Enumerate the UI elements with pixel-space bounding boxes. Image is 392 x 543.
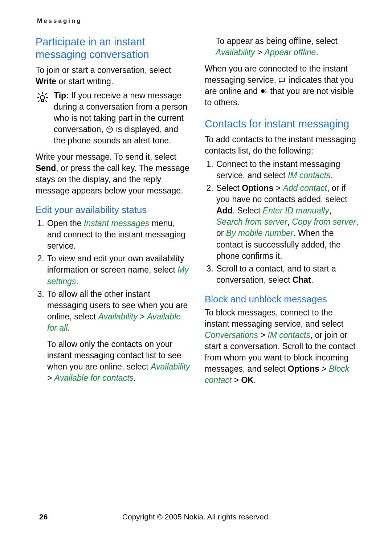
paragraph: When you are connected to the instant me… (205, 63, 359, 108)
text: To join or start a conversation, select (36, 65, 171, 75)
text: Scroll to a contact, and to start a conv… (216, 264, 336, 285)
right-column: To appear as being offline, select Avail… (205, 36, 359, 502)
menu-im-contacts: IM contacts (288, 171, 331, 180)
text: , or press the call key. The message sta… (36, 163, 189, 195)
menu-available-for-contacts: Available for contacts (54, 373, 134, 383)
svg-point-17 (265, 94, 265, 94)
list-item: Select Options > Add contact, or if you … (216, 183, 359, 261)
svg-point-13 (261, 89, 265, 93)
bold-options: Options (288, 364, 319, 373)
bold-write: Write (36, 77, 56, 86)
new-message-icon (106, 124, 114, 131)
paragraph: To add contacts to the instant messaging… (205, 134, 359, 156)
bold-options: Options (242, 183, 273, 193)
availability-steps: Open the Instant messages menu, and conn… (36, 218, 190, 384)
text: or start writing. (56, 77, 113, 86)
text: , (329, 206, 331, 215)
menu-add-contact: Add contact (283, 183, 327, 193)
list-item: To view and edit your own availability i… (46, 253, 190, 287)
text: Open the (47, 219, 84, 228)
tip-label: Tip: (54, 91, 71, 100)
svg-line-2 (38, 93, 40, 95)
text: To block messages, connect to the instan… (205, 308, 343, 328)
menu-availability: Availability (98, 312, 138, 321)
text: > (255, 48, 264, 57)
svg-rect-12 (279, 78, 285, 82)
menu-search-from-server: Search from server (216, 217, 287, 226)
paragraph: To appear as being offline, select Avail… (216, 36, 359, 58)
text: . (311, 275, 313, 285)
section-header: Messaging (37, 17, 359, 25)
invisible-icon (260, 86, 268, 93)
text: . Select (233, 206, 263, 215)
svg-point-16 (266, 93, 266, 93)
svg-point-14 (266, 90, 266, 90)
svg-line-3 (45, 93, 47, 95)
copyright-text: Copyright © 2005 Nokia. All rights reser… (48, 513, 345, 521)
menu-availability: Availability (216, 48, 255, 57)
menu-availability: Availability (151, 362, 190, 371)
menu-appear-offline: Appear offline (264, 48, 316, 57)
page-number: 26 (39, 513, 48, 521)
list-item: To allow all the other instant messaging… (46, 289, 190, 384)
text: . (76, 277, 78, 286)
online-icon (278, 75, 286, 82)
list-item: Open the Instant messages menu, and conn… (46, 218, 190, 252)
bold-ok: OK (241, 375, 254, 385)
svg-line-7 (45, 101, 47, 102)
text: . (134, 373, 136, 383)
list-subparagraph: To allow only the contacts on your insta… (47, 339, 190, 384)
text: . (316, 48, 318, 57)
text: To view and edit your own availability i… (47, 254, 184, 274)
page-footer: 26 Copyright © 2005 Nokia. All rights re… (36, 513, 359, 528)
contacts-steps: Connect to the instant messaging service… (205, 159, 359, 286)
text: > (232, 375, 241, 385)
heading-edit-availability: Edit your availability status (36, 204, 190, 216)
text: > (273, 183, 283, 193)
text: . (68, 323, 70, 332)
text: Select (216, 183, 242, 193)
text: > (258, 330, 268, 340)
text: > (138, 312, 147, 321)
svg-point-0 (40, 95, 45, 100)
svg-point-15 (266, 91, 267, 91)
text: Write your message. To send it, select (36, 152, 176, 162)
list-item: Scroll to a contact, and to start a conv… (216, 263, 359, 286)
paragraph: Write your message. To send it, select S… (36, 151, 190, 196)
bold-chat: Chat (293, 275, 311, 285)
bold-add: Add (216, 206, 233, 215)
tip-text: Tip: If you receive a new message during… (54, 90, 190, 146)
menu-instant-messages: Instant messages (84, 219, 149, 228)
tip-icon (36, 90, 49, 146)
tip-block: Tip: If you receive a new message during… (36, 90, 190, 146)
menu-im-contacts: IM contacts (268, 330, 310, 340)
text: > (47, 373, 54, 383)
menu-by-mobile-number: By mobile number (226, 228, 293, 238)
text: . (330, 171, 332, 180)
text: , (287, 217, 292, 226)
bold-send: Send (36, 163, 56, 173)
menu-copy-from-server: Copy from server (292, 217, 356, 226)
heading-participate: Participate in an instant messaging conv… (36, 36, 190, 61)
heading-contacts: Contacts for instant messaging (205, 118, 359, 130)
paragraph: To join or start a conversation, select … (36, 65, 190, 87)
svg-line-6 (38, 101, 40, 102)
svg-point-8 (107, 127, 113, 132)
menu-enter-id-manually: Enter ID manually (263, 206, 329, 215)
text: . (254, 375, 256, 385)
menu-conversations: Conversations (205, 330, 258, 340)
heading-block-unblock: Block and unblock messages (205, 294, 359, 305)
paragraph: To block messages, connect to the instan… (205, 307, 359, 386)
text: > (319, 364, 329, 373)
left-column: Participate in an instant messaging conv… (36, 36, 190, 502)
text: To appear as being offline, select (216, 36, 338, 46)
list-item: Connect to the instant messaging service… (216, 159, 359, 181)
